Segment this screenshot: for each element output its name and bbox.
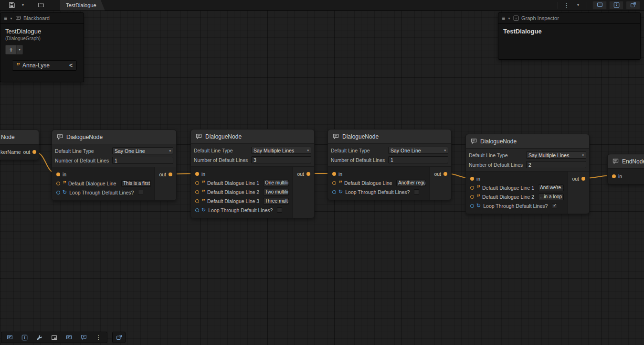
- more-options-button[interactable]: ⋮: [561, 1, 572, 10]
- line-type-value: Say Multiple Lines: [528, 152, 569, 158]
- node-header[interactable]: DialogueNode: [191, 129, 314, 144]
- in-port[interactable]: [612, 174, 616, 178]
- line-type-value: Say Multiple Lines: [253, 148, 294, 153]
- node-header[interactable]: DialogueNode: [328, 129, 451, 144]
- dialogue-line-port[interactable]: [56, 182, 60, 185]
- loop-checkbox[interactable]: [414, 189, 419, 194]
- num-lines-field[interactable]: 2: [526, 161, 586, 168]
- dialogue-line-field[interactable]: This is a first: [121, 180, 151, 187]
- dialogue-line-port[interactable]: [195, 190, 199, 194]
- loop-checkbox[interactable]: [277, 207, 282, 213]
- blackboard-header[interactable]: ≡ ▼ Blackboard: [0, 13, 84, 24]
- node-header[interactable]: Node: [0, 130, 39, 144]
- loop-port[interactable]: [332, 190, 336, 194]
- loop-port[interactable]: [56, 191, 60, 194]
- out-port[interactable]: [581, 177, 585, 181]
- num-lines-field[interactable]: 1: [112, 157, 173, 164]
- node-title: DialogueNode: [205, 133, 242, 140]
- hamburger-icon[interactable]: ≡: [4, 15, 7, 22]
- dialogue-line-label: Default Dialogue Line 1: [482, 185, 534, 191]
- end-node[interactable]: EndNode in: [607, 154, 644, 184]
- dialogue-node-4[interactable]: DialogueNode Default Line Type Say Multi…: [465, 134, 590, 214]
- node-header[interactable]: DialogueNode: [466, 134, 589, 149]
- node-header[interactable]: DialogueNode: [52, 130, 176, 144]
- dialogue-node-1[interactable]: DialogueNode Default Line Type Say One L…: [52, 129, 177, 201]
- minimap-toggle-icon[interactable]: [47, 333, 62, 342]
- line-type-dropdown[interactable]: Say One Line ▾: [388, 147, 448, 154]
- dialogue-line-port[interactable]: [470, 186, 474, 190]
- in-port[interactable]: [195, 172, 199, 176]
- dialogue-line-port[interactable]: [470, 195, 474, 199]
- dialogue-line-field[interactable]: One multiline: [263, 180, 289, 186]
- loop-checkbox[interactable]: ✓: [552, 203, 557, 208]
- in-port-label: in: [201, 171, 205, 177]
- loop-checkbox[interactable]: [138, 190, 143, 195]
- tab-testdialogue[interactable]: TestDialogue: [60, 0, 105, 11]
- graph-type: (DialogueGraph): [5, 36, 79, 41]
- open-external-button[interactable]: [112, 332, 126, 343]
- in-port[interactable]: [56, 172, 60, 176]
- loop-port[interactable]: [470, 204, 474, 208]
- save-dropdown-button[interactable]: ▾: [18, 1, 28, 10]
- line-type-dropdown[interactable]: Say Multiple Lines ▾: [251, 147, 311, 154]
- dialogue-line-field[interactable]: ...in a loop: [538, 194, 564, 200]
- in-port-label: in: [618, 173, 622, 179]
- line-type-label: Default Line Type: [469, 152, 526, 158]
- open-folder-button[interactable]: [36, 1, 46, 10]
- toggle-blackboard-button[interactable]: [592, 1, 607, 10]
- start-node[interactable]: Node kerName out: [0, 129, 39, 160]
- dialogue-line-field[interactable]: Three multili: [263, 198, 289, 205]
- node-title: DialogueNode: [342, 133, 379, 140]
- play-dialogue-icon[interactable]: [76, 333, 91, 342]
- num-lines-label: Number of Default Lines: [469, 162, 526, 168]
- graph-canvas[interactable]: Node kerName out DialogueNode Default Li…: [0, 0, 644, 345]
- save-button[interactable]: [6, 1, 17, 10]
- top-toolbar: ▾ TestDialogue ⋮ ▾: [0, 0, 644, 11]
- quote-icon: ”: [201, 190, 205, 194]
- more-options-dropdown[interactable]: ▾: [573, 1, 583, 10]
- out-port[interactable]: [306, 172, 310, 176]
- dialogue-line-field[interactable]: Another regu: [396, 180, 426, 186]
- line-type-dropdown[interactable]: Say One Line ▾: [112, 147, 173, 154]
- blackboard-property[interactable]: ” Anna-Lyse <: [12, 60, 77, 71]
- inspector-toggle-icon[interactable]: [17, 333, 32, 342]
- expand-icon[interactable]: <: [69, 62, 73, 69]
- inspector-header[interactable]: ≡ ▼ Graph Inspector: [498, 13, 640, 24]
- loop-label: Loop Through Default Lines?: [345, 189, 410, 195]
- num-lines-field[interactable]: 1: [388, 156, 448, 163]
- hamburger-icon[interactable]: ≡: [502, 15, 505, 22]
- preview-toggle-icon[interactable]: [62, 333, 76, 342]
- toggle-inspector-button[interactable]: [609, 1, 623, 10]
- dialogue-line-field[interactable]: Two multiline: [263, 189, 289, 195]
- loop-port[interactable]: [195, 208, 199, 212]
- collapse-icon[interactable]: ▼: [10, 17, 13, 20]
- line-type-value: Say One Line: [115, 148, 145, 154]
- dialogue-line-port[interactable]: [195, 199, 199, 203]
- collapse-icon[interactable]: ▼: [507, 17, 511, 20]
- out-port[interactable]: [32, 150, 36, 154]
- property-name: Anna-Lyse: [22, 62, 66, 69]
- dialogue-line-port[interactable]: [332, 181, 336, 185]
- toggle-preview-button[interactable]: [626, 1, 640, 10]
- dialogue-line-label: Default Dialogue Line: [68, 181, 116, 186]
- out-port[interactable]: [169, 172, 172, 176]
- node-header[interactable]: EndNode: [608, 154, 644, 169]
- dialogue-node-2[interactable]: DialogueNode Default Line Type Say Multi…: [190, 129, 315, 218]
- in-port[interactable]: [332, 172, 336, 176]
- settings-wrench-icon[interactable]: [32, 333, 47, 342]
- add-property-button[interactable]: +: [5, 45, 17, 54]
- bottom-toolbar: ⋮: [1, 332, 126, 343]
- blackboard-toggle-icon[interactable]: [2, 333, 17, 342]
- graph-inspector-panel[interactable]: ≡ ▼ Graph Inspector TestDialogue: [498, 12, 641, 60]
- dialogue-line-port[interactable]: [195, 181, 199, 185]
- add-property-dropdown[interactable]: ▾: [17, 45, 23, 54]
- num-lines-field[interactable]: 3: [251, 156, 311, 163]
- in-port[interactable]: [470, 177, 474, 181]
- blackboard-panel[interactable]: ≡ ▼ Blackboard TestDialogue (DialogueGra…: [0, 12, 84, 82]
- dialogue-node-icon: [57, 134, 63, 140]
- dialogue-node-3[interactable]: DialogueNode Default Line Type Say One L…: [327, 129, 452, 200]
- more-tools-button[interactable]: ⋮: [91, 333, 106, 342]
- line-type-dropdown[interactable]: Say Multiple Lines ▾: [526, 151, 586, 159]
- out-port[interactable]: [443, 172, 447, 176]
- dialogue-line-field[interactable]: And we're...: [538, 184, 564, 191]
